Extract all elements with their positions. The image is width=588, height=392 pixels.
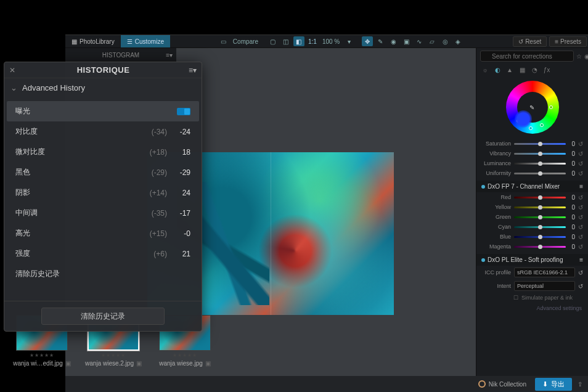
reset-button[interactable]: ↺ Reset <box>513 36 547 47</box>
close-icon[interactable]: ✕ <box>9 66 18 75</box>
slider-label: Magenta <box>481 243 511 250</box>
reset-icon[interactable]: ↺ <box>578 224 583 231</box>
compare-split-line[interactable] <box>271 152 271 315</box>
reset-icon[interactable]: ↺ <box>578 214 583 221</box>
reset-icon[interactable]: ↺ <box>578 150 583 157</box>
slider-track[interactable] <box>514 143 566 145</box>
toggle-switch[interactable] <box>177 108 190 115</box>
slider-track[interactable] <box>514 206 566 208</box>
undo-icon: ↺ <box>518 38 523 45</box>
history-row[interactable]: 强度 (+6) 21 <box>7 243 199 264</box>
zoom-ratio[interactable]: 1:1 <box>306 38 319 45</box>
history-row[interactable]: 阴影 (+14) 24 <box>7 182 199 203</box>
repair-tool-icon[interactable]: ◎ <box>439 36 451 46</box>
tab-customize[interactable]: ☰ Customize <box>121 35 170 47</box>
split-view-icon[interactable]: ◫ <box>280 36 292 46</box>
slider-track[interactable] <box>514 216 566 218</box>
slider-track[interactable] <box>514 163 566 165</box>
history-delta: (-29) <box>152 168 167 177</box>
enable-dot-icon[interactable] <box>481 185 485 189</box>
reset-icon[interactable]: ↺ <box>578 170 583 177</box>
tab-photolibrary[interactable]: ▦ PhotoLibrary <box>65 35 121 47</box>
compare-icon[interactable]: ▭ <box>218 36 229 46</box>
advanced-settings-link[interactable]: Advanced settings <box>476 303 588 314</box>
menu-icon[interactable]: ≡▾ <box>166 52 173 59</box>
history-step-name: 曝光 <box>15 106 177 116</box>
history-row[interactable]: 对比度 (-34) -24 <box>7 121 199 142</box>
slider-green: Green 0 ↺ <box>476 212 588 222</box>
slider-track[interactable] <box>514 236 566 238</box>
histogram-panel-header[interactable]: HISTOGRAM ≡▾ <box>65 48 176 62</box>
clear-history-button[interactable]: 清除历史记录 <box>41 308 165 325</box>
light-tab-icon[interactable]: ☼ <box>480 65 490 75</box>
side-view-icon[interactable]: ◧ <box>293 36 304 46</box>
slider-track[interactable] <box>514 173 566 174</box>
menu-icon[interactable]: ≡ <box>579 256 583 263</box>
crop-tool-icon[interactable]: ▣ <box>401 36 412 46</box>
simulate-label: Simulate paper & ink <box>521 295 573 301</box>
detail-tab-icon[interactable]: ▲ <box>505 65 515 75</box>
reset-icon[interactable]: ↺ <box>578 283 583 290</box>
color-tab-icon[interactable]: ◐ <box>492 65 502 75</box>
wb-tool-icon[interactable]: ◉ <box>388 36 399 46</box>
horizon-tool-icon[interactable]: ∿ <box>414 36 425 46</box>
compare-label[interactable]: Compare <box>231 38 260 45</box>
menu-icon[interactable]: ≡ <box>579 183 583 190</box>
reset-icon[interactable]: ↺ <box>578 234 583 240</box>
slider-value: 0 <box>569 194 575 201</box>
history-row[interactable]: 清除历史记录 <box>7 264 199 284</box>
sliders-icon: ☰ <box>127 38 133 45</box>
hsl-color-wheel[interactable]: ✎ <box>476 78 588 139</box>
rating-stars[interactable]: ★★★★★ <box>30 353 54 358</box>
zoom-percent[interactable]: 100 % <box>321 38 341 45</box>
slider-value: 0 <box>569 204 575 211</box>
slider-value: 0 <box>569 141 575 147</box>
palette-tabs: ☼ ◐ ▲ ▦ ◔ ƒx <box>476 64 588 78</box>
geometry-tab-icon[interactable]: ▦ <box>517 65 527 75</box>
reset-icon[interactable]: ↺ <box>578 204 583 211</box>
slider-track[interactable] <box>514 226 566 228</box>
section-channel-mixer[interactable]: DxO FP 7 - Channel Mixer ≡ <box>476 181 588 192</box>
slider-track[interactable] <box>514 197 566 198</box>
rating-stars[interactable]: ★★★★★ <box>101 353 126 358</box>
history-row[interactable]: 微对比度 (+18) 18 <box>7 142 199 162</box>
section-softproof-title: DxO PL Elite - Soft proofing <box>488 256 577 263</box>
zoom-dropdown-icon[interactable]: ▾ <box>343 36 354 46</box>
slider-track[interactable] <box>514 153 566 155</box>
single-view-icon[interactable]: ▢ <box>267 36 279 46</box>
slider-label: Green <box>481 214 511 220</box>
watermark-tab-icon[interactable]: ƒx <box>542 65 552 75</box>
menu-icon[interactable]: ≡▾ <box>189 66 197 75</box>
system-menubar <box>0 0 588 12</box>
filename-label: wanja wi…edit.jpg <box>13 360 63 367</box>
icc-dropdown[interactable]: sRGB IEC61966-2.1 <box>514 267 575 277</box>
history-row[interactable]: 高光 (+15) -0 <box>7 223 199 243</box>
star-icon[interactable]: ☆ <box>576 52 582 60</box>
enable-dot-icon[interactable] <box>481 258 485 262</box>
reset-icon[interactable]: ↺ <box>578 160 583 167</box>
simulate-checkbox[interactable]: ☐ Simulate paper & ink <box>476 293 588 303</box>
presets-button[interactable]: ≡ Presets <box>549 36 587 47</box>
history-subheader[interactable]: ⌄ Advanced History <box>4 78 202 97</box>
history-popup: ✕ HISTORIQUE ≡▾ ⌄ Advanced History 曝光 对比… <box>4 62 202 332</box>
local-tab-icon[interactable]: ◔ <box>529 65 539 75</box>
intent-dropdown[interactable]: Perceptual <box>514 281 575 291</box>
eyedropper-icon[interactable]: ✎ <box>375 36 386 46</box>
redeye-tool-icon[interactable]: ◈ <box>452 36 463 46</box>
perspective-tool-icon[interactable]: ▱ <box>427 36 438 46</box>
picker-icon[interactable]: ✎ <box>529 104 536 110</box>
reset-icon[interactable]: ↺ <box>578 194 583 201</box>
reset-icon[interactable]: ↺ <box>578 269 583 276</box>
search-input[interactable] <box>480 51 574 62</box>
reset-icon[interactable]: ↺ <box>578 243 583 250</box>
hand-tool-icon[interactable]: ✥ <box>362 36 373 46</box>
chevron-down-icon: ⌄ <box>10 83 17 92</box>
rating-stars[interactable]: ★★★★★ <box>173 353 197 358</box>
eye-icon[interactable]: ◉ <box>584 52 588 60</box>
reset-icon[interactable]: ↺ <box>578 141 583 147</box>
slider-track[interactable] <box>514 246 566 248</box>
history-row[interactable]: 中间调 (-35) -17 <box>7 203 199 223</box>
history-row[interactable]: 黑色 (-29) -29 <box>7 162 199 182</box>
section-soft-proofing[interactable]: DxO PL Elite - Soft proofing ≡ <box>476 254 588 266</box>
history-row[interactable]: 曝光 <box>7 101 199 121</box>
